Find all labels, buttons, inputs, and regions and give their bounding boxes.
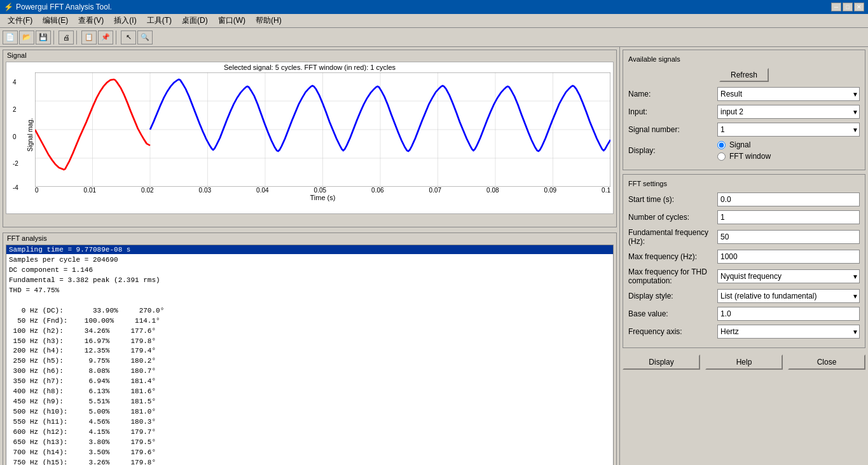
input-select-wrapper: input 2 ▼ bbox=[717, 105, 860, 119]
close-button[interactable]: ✕ bbox=[854, 3, 864, 11]
menu-edit[interactable]: 编辑(E) bbox=[38, 14, 73, 27]
menu-file[interactable]: 文件(F) bbox=[3, 14, 38, 27]
base-value-input[interactable]: 1.0 bbox=[717, 307, 860, 321]
fft-line-blank bbox=[9, 296, 610, 306]
fft-line-dc: DC component = 1.146 bbox=[9, 266, 610, 276]
available-signals-title: Available signals bbox=[628, 55, 860, 63]
start-time-row: Start time (s): 0.0 bbox=[628, 192, 860, 206]
x-tick-7: 0.07 bbox=[429, 187, 441, 194]
display-style-label: Display style: bbox=[628, 292, 717, 300]
print-button[interactable]: 🖨 bbox=[59, 30, 74, 44]
x-tick-8: 0.08 bbox=[486, 187, 499, 194]
max-freq-thd-select[interactable]: Nyquist frequency bbox=[717, 269, 860, 283]
display-row: Display: Signal FFT window bbox=[628, 140, 860, 161]
fft-settings-title: FFT settings bbox=[628, 180, 860, 187]
title-bar: ⚡ Powergui FFT Analysis Tool. ─ □ ✕ bbox=[0, 0, 868, 14]
max-freq-thd-label: Max frequency for THD computation: bbox=[628, 267, 717, 285]
fft-line-400hz: 400 Hz (h8): 6.13% 181.6° bbox=[9, 387, 610, 397]
title-text: Powergui FFT Analysis Tool. bbox=[16, 3, 112, 11]
menu-help[interactable]: 帮助(H) bbox=[251, 14, 287, 27]
max-freq-row: Max frequency (Hz): 1000 bbox=[628, 250, 860, 264]
num-cycles-label: Number of cycles: bbox=[628, 213, 717, 222]
num-cycles-row: Number of cycles: 1 bbox=[628, 210, 860, 224]
chart-title: Selected signal: 5 cycles. FFT window (i… bbox=[6, 62, 613, 72]
paste-button[interactable]: 📌 bbox=[98, 30, 113, 44]
menu-view[interactable]: 查看(V) bbox=[73, 14, 109, 27]
fft-line-450hz: 450 Hz (h9): 5.51% 181.5° bbox=[9, 397, 610, 407]
name-label: Name: bbox=[628, 90, 717, 98]
refresh-button[interactable]: Refresh bbox=[719, 68, 769, 82]
y-axis-label: Signal mag. bbox=[27, 112, 34, 157]
num-cycles-input[interactable]: 1 bbox=[717, 210, 860, 224]
fft-line-50hz: 50 Hz (Fnd): 100.00% 114.1° bbox=[9, 316, 610, 327]
app-icon: ⚡ bbox=[4, 3, 13, 11]
radio-fft-window[interactable]: FFT window bbox=[717, 152, 771, 161]
menu-insert[interactable]: 插入(I) bbox=[109, 14, 141, 27]
close-button-bottom[interactable]: Close bbox=[788, 354, 865, 370]
y-tick-2: 2 bbox=[13, 106, 17, 113]
zoom-button[interactable]: 🔍 bbox=[137, 30, 153, 44]
max-freq-label: Max frequency (Hz): bbox=[628, 252, 717, 261]
copy-button[interactable]: 📋 bbox=[81, 30, 97, 44]
freq-axis-label: Frequency axis: bbox=[628, 327, 717, 336]
freq-axis-row: Frequency axis: Hertz ▼ bbox=[628, 325, 860, 339]
fft-line-thd: THD = 47.75% bbox=[9, 286, 610, 296]
max-freq-input[interactable]: 1000 bbox=[717, 250, 860, 264]
freq-axis-select[interactable]: Hertz bbox=[717, 325, 860, 339]
x-tick-5: 0.05 bbox=[314, 187, 326, 194]
y-tick-4: 4 bbox=[13, 79, 17, 86]
fund-freq-row: Fundamental frequency (Hz): 50 bbox=[628, 228, 860, 246]
input-select[interactable]: input 2 bbox=[717, 105, 860, 119]
name-select[interactable]: Result bbox=[717, 87, 860, 101]
fft-line-700hz: 700 Hz (h14): 3.50% 179.6° bbox=[9, 448, 610, 458]
new-button[interactable]: 📄 bbox=[3, 30, 18, 44]
menu-tools[interactable]: 工具(T) bbox=[142, 14, 177, 27]
maximize-button[interactable]: □ bbox=[843, 3, 853, 11]
left-panel: Signal Selected signal: 5 cycles. FFT wi… bbox=[0, 47, 620, 465]
base-value-label: Base value: bbox=[628, 309, 717, 318]
menu-desktop[interactable]: 桌面(D) bbox=[177, 14, 213, 27]
y-tick-n2: -2 bbox=[13, 160, 18, 167]
display-label: Display: bbox=[628, 146, 717, 155]
fft-text-area[interactable]: Sampling time = 9.77089e-08 s Samples pe… bbox=[6, 245, 614, 465]
fft-text-content: Samples per cycle = 204690 DC component … bbox=[6, 254, 613, 465]
fund-freq-label: Fundamental frequency (Hz): bbox=[628, 228, 717, 246]
x-tick-4: 0.04 bbox=[256, 187, 268, 194]
name-row: Name: Result ▼ bbox=[628, 87, 860, 101]
radio-fft-window-input[interactable] bbox=[717, 152, 726, 161]
fft-line-500hz: 500 Hz (h10): 5.00% 181.0° bbox=[9, 407, 610, 417]
x-tick-6: 0.06 bbox=[371, 187, 383, 194]
signal-chart-container: Selected signal: 5 cycles. FFT window (i… bbox=[6, 62, 614, 214]
menu-bar: 文件(F) 编辑(E) 查看(V) 插入(I) 工具(T) 桌面(D) 窗口(W… bbox=[0, 14, 868, 28]
help-button[interactable]: Help bbox=[705, 354, 783, 370]
x-axis-label: Time (s) bbox=[35, 194, 610, 201]
right-panel: Available signals Refresh Name: Result ▼… bbox=[620, 47, 868, 465]
fft-section-label: FFT analysis bbox=[3, 233, 616, 243]
radio-signal[interactable]: Signal bbox=[717, 140, 771, 149]
fund-freq-input[interactable]: 50 bbox=[717, 230, 860, 244]
open-button[interactable]: 📂 bbox=[19, 30, 34, 44]
display-button[interactable]: Display bbox=[623, 354, 700, 370]
toolbar: 📄 📂 💾 🖨 📋 📌 ↖ 🔍 bbox=[0, 28, 868, 47]
fft-line-650hz: 650 Hz (h13): 3.80% 179.5° bbox=[9, 438, 610, 448]
freq-axis-select-wrapper: Hertz ▼ bbox=[717, 325, 860, 339]
fft-line-550hz: 550 Hz (h11): 4.56% 180.3° bbox=[9, 417, 610, 428]
save-button[interactable]: 💾 bbox=[36, 30, 51, 44]
display-style-select-wrapper: List (relative to fundamental) ▼ bbox=[717, 289, 860, 303]
radio-signal-input[interactable] bbox=[717, 141, 726, 149]
y-tick-n4: -4 bbox=[13, 184, 18, 191]
menu-window[interactable]: 窗口(W) bbox=[213, 14, 251, 27]
y-tick-0: 0 bbox=[13, 133, 17, 140]
display-style-select[interactable]: List (relative to fundamental) bbox=[717, 289, 860, 303]
input-label: Input: bbox=[628, 107, 717, 116]
cursor-button[interactable]: ↖ bbox=[121, 30, 136, 44]
start-time-input[interactable]: 0.0 bbox=[717, 192, 860, 206]
fft-settings-group: FFT settings Start time (s): 0.0 Number … bbox=[623, 174, 865, 348]
fft-line-fundamental: Fundamental = 3.382 peak (2.391 rms) bbox=[9, 276, 610, 286]
x-tick-2: 0.02 bbox=[141, 187, 153, 194]
max-freq-thd-select-wrapper: Nyquist frequency ▼ bbox=[717, 269, 860, 283]
display-style-row: Display style: List (relative to fundame… bbox=[628, 289, 860, 303]
radio-signal-label: Signal bbox=[729, 140, 750, 149]
signal-number-select[interactable]: 1 bbox=[717, 123, 860, 137]
minimize-button[interactable]: ─ bbox=[831, 3, 841, 11]
